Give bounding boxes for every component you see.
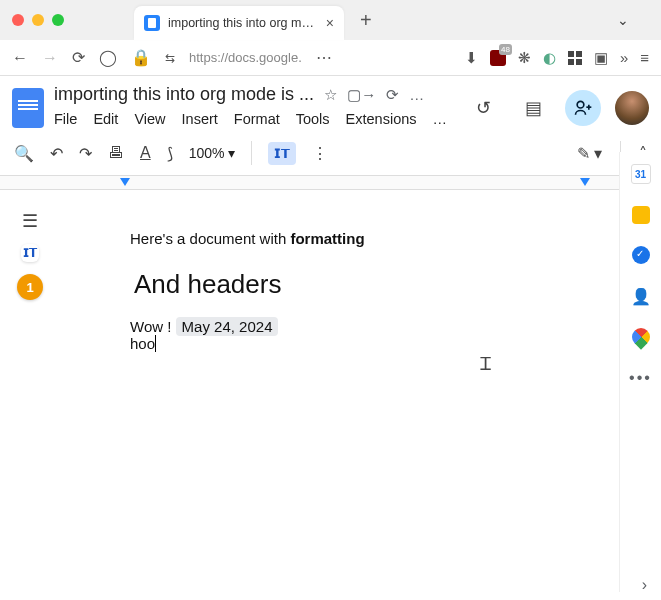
extension-grid-icon[interactable]	[568, 51, 582, 65]
languagetool-badge[interactable]: 𝗜𝗧	[21, 244, 39, 262]
toolbar-separator	[251, 141, 252, 165]
comments-icon[interactable]: ▤	[515, 90, 551, 126]
svg-point-0	[577, 101, 584, 108]
print-icon[interactable]: 🖶	[108, 144, 124, 162]
maps-icon[interactable]	[628, 324, 653, 349]
page-actions-icon[interactable]: ⋯	[316, 48, 332, 67]
paragraph-1[interactable]: Here's a document with formatting	[130, 230, 621, 247]
lock-icon[interactable]: 🔒	[131, 48, 151, 67]
tab-list-dropdown-icon[interactable]: ⌄	[617, 12, 629, 28]
p3-text: hoo	[130, 335, 155, 352]
search-menus-icon[interactable]: 🔍	[14, 144, 34, 163]
docs-header: importing this into org mode is ... ☆ ▢→…	[0, 76, 661, 135]
side-panel: 31 👤 •••	[619, 152, 661, 592]
menu-extensions[interactable]: Extensions	[346, 111, 417, 127]
new-tab-button[interactable]: +	[360, 9, 372, 32]
site-settings-icon[interactable]: ⇆	[165, 51, 175, 65]
redo-icon[interactable]: ↷	[79, 144, 92, 163]
p1-text: Here's a document with	[130, 230, 290, 247]
warning-count-badge[interactable]: 1	[17, 274, 43, 300]
calendar-icon[interactable]: 31	[631, 164, 651, 184]
ruler-left-indent-icon[interactable]	[120, 178, 130, 186]
star-icon[interactable]: ☆	[324, 86, 337, 104]
nav-reload-icon[interactable]: ⟳	[72, 48, 85, 67]
docs-menubar: File Edit View Insert Format Tools Exten…	[54, 105, 455, 135]
keep-icon[interactable]	[632, 206, 650, 224]
hamburger-menu-icon[interactable]: ≡	[640, 49, 649, 66]
menu-file[interactable]: File	[54, 111, 77, 127]
menu-tools[interactable]: Tools	[296, 111, 330, 127]
browser-tab[interactable]: importing this into org mode is t ×	[134, 6, 344, 40]
menu-edit[interactable]: Edit	[93, 111, 118, 127]
heading-1[interactable]: And headers	[130, 269, 621, 300]
paragraph-2[interactable]: Wow ! May 24, 2024	[130, 318, 621, 335]
account-avatar[interactable]	[615, 91, 649, 125]
menu-view[interactable]: View	[134, 111, 165, 127]
tab-title: importing this into org mode is t	[168, 16, 318, 30]
toolbar-more-icon[interactable]: ⋮	[312, 144, 328, 163]
title-more-icon: …	[409, 86, 424, 104]
document-workspace: ☰ 𝗜𝗧 1 Here's a document with formatting…	[0, 190, 661, 588]
nav-forward-icon: →	[42, 49, 58, 67]
outline-icon[interactable]: ☰	[22, 210, 38, 232]
show-side-panel-icon[interactable]: ›	[642, 576, 647, 594]
ruler-right-indent-icon[interactable]	[580, 178, 590, 186]
ruler[interactable]	[0, 176, 661, 190]
docs-logo-icon[interactable]	[12, 88, 44, 128]
zoom-select[interactable]: 100% ▾	[189, 145, 236, 161]
overflow-icon[interactable]: »	[620, 49, 628, 66]
browser-toolbar: ← → ⟳ ◯ 🔒 ⇆ https://docs.google. ⋯ ⬇ ❋ ◐…	[0, 40, 661, 76]
ublock-icon[interactable]	[490, 50, 506, 66]
window-minimize[interactable]	[32, 14, 44, 26]
pen-icon[interactable]: ✎ ▾	[577, 144, 602, 163]
tasks-icon[interactable]	[632, 246, 650, 264]
history-icon[interactable]: ↺	[465, 90, 501, 126]
contacts-icon[interactable]: 👤	[631, 286, 651, 306]
share-button[interactable]	[565, 90, 601, 126]
document-page[interactable]: Here's a document with formatting And he…	[60, 190, 661, 588]
tab-close-icon[interactable]: ×	[326, 15, 334, 31]
move-folder-icon[interactable]: ▢→	[347, 86, 376, 104]
ibeam-cursor-icon: Ꮖ	[480, 354, 492, 375]
shield-icon[interactable]: ◯	[99, 48, 117, 67]
document-title[interactable]: importing this into org mode is ...	[54, 84, 314, 105]
spellcheck-icon[interactable]: A	[140, 144, 151, 162]
menu-format[interactable]: Format	[234, 111, 280, 127]
extension-icons: ⬇ ❋ ◐ ▣ » ≡	[465, 49, 649, 67]
undo-icon[interactable]: ↶	[50, 144, 63, 163]
docs-favicon	[144, 15, 160, 31]
extension-icon-2[interactable]: ◐	[543, 49, 556, 67]
browser-tab-bar: importing this into org mode is t × + ⌄	[0, 0, 661, 40]
left-sidebar: ☰ 𝗜𝗧 1	[0, 190, 60, 588]
date-chip[interactable]: May 24, 2024	[176, 317, 279, 336]
window-close[interactable]	[12, 14, 24, 26]
p2-text: Wow !	[130, 318, 176, 335]
editing-mode-button[interactable]: 𝗜𝗧	[268, 142, 296, 165]
addons-more-icon[interactable]: •••	[631, 368, 651, 388]
menu-insert[interactable]: Insert	[182, 111, 218, 127]
paint-format-icon[interactable]: ⟆	[167, 144, 173, 163]
text-cursor	[155, 335, 156, 352]
download-icon[interactable]: ⬇	[465, 49, 478, 67]
window-controls	[12, 14, 64, 26]
extension-icon-1[interactable]: ❋	[518, 49, 531, 67]
paragraph-3[interactable]: hoo	[130, 335, 621, 352]
url-display[interactable]: https://docs.google.	[189, 50, 302, 65]
extension-icon-3[interactable]: ▣	[594, 49, 608, 67]
p1-bold: formatting	[290, 230, 364, 247]
menu-overflow[interactable]: …	[433, 111, 448, 127]
nav-back-icon[interactable]: ←	[12, 49, 28, 67]
docs-toolbar: 🔍 ↶ ↷ 🖶 A ⟆ 100% ▾ 𝗜𝗧 ⋮ ✎ ▾ ˄	[0, 135, 661, 176]
cloud-status-icon[interactable]: ⟳	[386, 86, 399, 104]
window-zoom[interactable]	[52, 14, 64, 26]
